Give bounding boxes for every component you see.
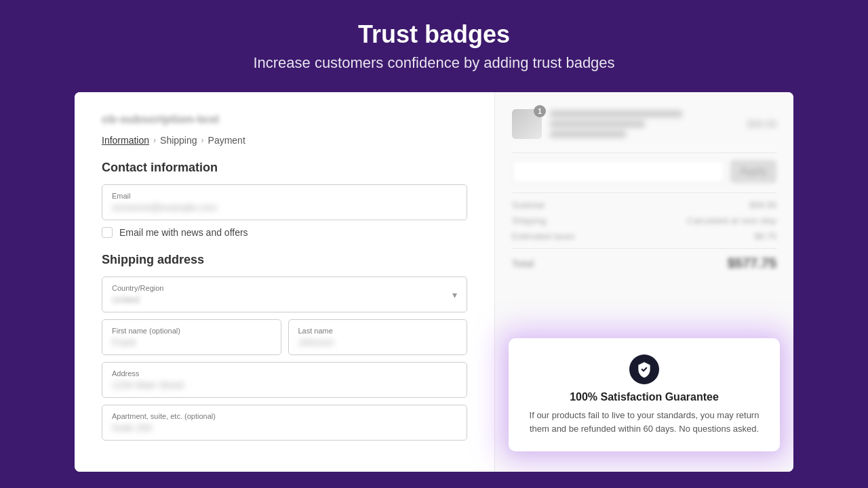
right-panel: 1 $99.99 Apply Subtotal $99.99 bbox=[495, 92, 793, 472]
taxes-value: $8.75 bbox=[754, 231, 776, 241]
breadcrumb-information[interactable]: Information bbox=[102, 135, 149, 146]
page-title: Trust badges bbox=[253, 20, 614, 49]
newsletter-checkbox[interactable] bbox=[102, 227, 113, 238]
apt-label: Apartment, suite, etc. (optional) bbox=[112, 412, 457, 420]
divider-1 bbox=[512, 152, 776, 153]
shield-check-icon bbox=[629, 354, 659, 384]
chevron-down-icon: ▾ bbox=[452, 289, 457, 300]
shipping-row: Shipping Calculated at next step bbox=[512, 216, 776, 226]
breadcrumb-payment[interactable]: Payment bbox=[208, 135, 245, 146]
trust-badge-card: 100% Satisfaction Guarantee If our produ… bbox=[509, 338, 780, 451]
breadcrumb-sep-1: › bbox=[153, 136, 156, 145]
shipping-value: Calculated at next step bbox=[687, 216, 776, 226]
discount-row: Apply bbox=[512, 160, 776, 183]
trust-badge-container: 100% Satisfaction Guarantee If our produ… bbox=[509, 338, 780, 451]
trust-icon-wrapper bbox=[528, 354, 761, 384]
first-name-label: First name (optional) bbox=[112, 327, 271, 335]
left-panel: cb-subscription-test Information › Shipp… bbox=[75, 92, 495, 472]
contact-section-title: Contact information bbox=[102, 161, 467, 175]
address-field[interactable]: Address 1234 Main Street bbox=[102, 362, 467, 398]
product-avatar: 1 bbox=[512, 109, 542, 139]
subtotal-label: Subtotal bbox=[512, 200, 545, 210]
shipping-section-title: Shipping address bbox=[102, 253, 467, 267]
email-value: someone@example.com bbox=[112, 202, 457, 213]
divider-2 bbox=[512, 192, 776, 193]
discount-apply-button[interactable]: Apply bbox=[730, 160, 776, 183]
product-price: $99.99 bbox=[747, 119, 776, 129]
total-row: Total $577.75 bbox=[512, 248, 776, 271]
address-value: 1234 Main Street bbox=[112, 380, 457, 390]
email-field-wrapper[interactable]: Email someone@example.com bbox=[102, 184, 467, 220]
breadcrumb: Information › Shipping › Payment bbox=[102, 135, 467, 146]
shipping-label: Shipping bbox=[512, 216, 547, 226]
subtotal-value: $99.99 bbox=[749, 200, 776, 210]
last-name-value: Johnson bbox=[298, 337, 458, 348]
store-name: cb-subscription-test bbox=[102, 113, 467, 127]
first-name-field[interactable]: First name (optional) Frank bbox=[102, 319, 281, 355]
country-value: United bbox=[112, 294, 452, 305]
order-item: 1 $99.99 bbox=[512, 109, 776, 139]
product-quantity-badge: 1 bbox=[534, 105, 546, 117]
header-section: Trust badges Increase customers confiden… bbox=[239, 0, 628, 85]
product-info bbox=[550, 110, 739, 138]
taxes-label: Estimated taxes bbox=[512, 231, 575, 241]
trust-badge-title: 100% Satisfaction Guarantee bbox=[528, 391, 761, 403]
last-name-field[interactable]: Last name Johnson bbox=[288, 319, 468, 355]
newsletter-row: Email me with news and offers bbox=[102, 227, 467, 238]
apt-field[interactable]: Apartment, suite, etc. (optional) Suite … bbox=[102, 405, 467, 441]
trust-badge-description: If our products fail to live to your sta… bbox=[528, 409, 761, 435]
total-label: Total bbox=[512, 258, 534, 269]
taxes-row: Estimated taxes $8.75 bbox=[512, 231, 776, 241]
breadcrumb-shipping[interactable]: Shipping bbox=[160, 135, 197, 146]
country-select[interactable]: Country/Region United ▾ bbox=[102, 277, 467, 312]
last-name-label: Last name bbox=[298, 327, 458, 335]
first-name-value: Frank bbox=[112, 337, 271, 348]
breadcrumb-sep-2: › bbox=[201, 136, 204, 145]
name-row: First name (optional) Frank Last name Jo… bbox=[102, 319, 467, 355]
country-label: Country/Region bbox=[112, 284, 452, 292]
subtotal-row: Subtotal $99.99 bbox=[512, 200, 776, 210]
total-value: $577.75 bbox=[728, 256, 776, 271]
page-subtitle: Increase customers confidence by adding … bbox=[253, 54, 614, 72]
page-wrapper: Trust badges Increase customers confiden… bbox=[0, 0, 868, 488]
main-container: cb-subscription-test Information › Shipp… bbox=[75, 92, 793, 472]
address-label: Address bbox=[112, 369, 457, 378]
email-label: Email bbox=[112, 192, 457, 200]
newsletter-label: Email me with news and offers bbox=[119, 227, 248, 238]
apt-value: Suite 200 bbox=[112, 422, 457, 433]
discount-input[interactable] bbox=[512, 160, 725, 183]
